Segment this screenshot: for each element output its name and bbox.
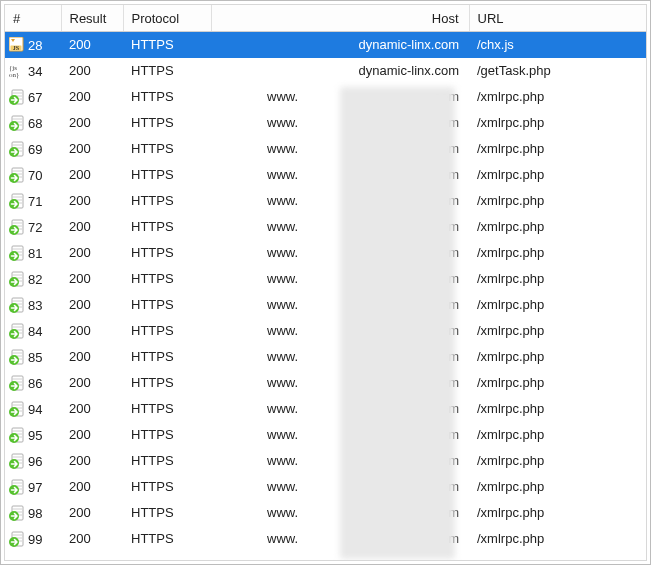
cell-result: 200 bbox=[61, 136, 123, 162]
cell-protocol: HTTPS bbox=[123, 370, 211, 396]
session-number: 68 bbox=[28, 116, 42, 131]
header-row: # Result Protocol Host URL bbox=[5, 5, 646, 32]
cell-result: 200 bbox=[61, 58, 123, 84]
go-doc-icon bbox=[9, 141, 25, 157]
host-prefix: www. bbox=[267, 167, 298, 182]
session-row[interactable]: 81200HTTPSwww.com/xmlrpc.php bbox=[5, 240, 646, 266]
json-cn-icon bbox=[9, 63, 25, 79]
cell-result: 200 bbox=[61, 84, 123, 110]
cell-url: /xmlrpc.php bbox=[469, 370, 646, 396]
session-row[interactable]: 67200HTTPSwww.com/xmlrpc.php bbox=[5, 84, 646, 110]
host-prefix: www. bbox=[267, 479, 298, 494]
column-header-protocol[interactable]: Protocol bbox=[123, 5, 211, 32]
session-row[interactable]: 94200HTTPSwww.com/xmlrpc.php bbox=[5, 396, 646, 422]
cell-url: /xmlrpc.php bbox=[469, 266, 646, 292]
cell-result: 200 bbox=[61, 422, 123, 448]
cell-result: 200 bbox=[61, 370, 123, 396]
cell-protocol: HTTPS bbox=[123, 448, 211, 474]
cell-url: /getTask.php bbox=[469, 58, 646, 84]
cell-url: /xmlrpc.php bbox=[469, 214, 646, 240]
session-row[interactable]: 83200HTTPSwww.com/xmlrpc.php bbox=[5, 292, 646, 318]
cell-number: 96 bbox=[5, 448, 61, 474]
column-header-result[interactable]: Result bbox=[61, 5, 123, 32]
cell-protocol: HTTPS bbox=[123, 344, 211, 370]
redaction-blur bbox=[340, 87, 455, 559]
session-table: # Result Protocol Host URL 28200HTTPSdyn… bbox=[5, 5, 646, 552]
session-number: 67 bbox=[28, 90, 42, 105]
cell-protocol: HTTPS bbox=[123, 526, 211, 552]
cell-result: 200 bbox=[61, 396, 123, 422]
cell-number: 34 bbox=[5, 58, 61, 84]
session-row[interactable]: 68200HTTPSwww.com/xmlrpc.php bbox=[5, 110, 646, 136]
cell-protocol: HTTPS bbox=[123, 240, 211, 266]
session-row[interactable]: 97200HTTPSwww.com/xmlrpc.php bbox=[5, 474, 646, 500]
host-prefix: www. bbox=[267, 505, 298, 520]
session-row[interactable]: 86200HTTPSwww.com/xmlrpc.php bbox=[5, 370, 646, 396]
session-row[interactable]: 34200HTTPSdynamic-linx.com/getTask.php bbox=[5, 58, 646, 84]
cell-url: /xmlrpc.php bbox=[469, 292, 646, 318]
host-prefix: www. bbox=[267, 115, 298, 130]
cell-protocol: HTTPS bbox=[123, 162, 211, 188]
session-row[interactable]: 84200HTTPSwww.com/xmlrpc.php bbox=[5, 318, 646, 344]
column-header-number[interactable]: # bbox=[5, 5, 61, 32]
session-row[interactable]: 70200HTTPSwww.com/xmlrpc.php bbox=[5, 162, 646, 188]
host-prefix: www. bbox=[267, 297, 298, 312]
go-doc-icon bbox=[9, 479, 25, 495]
cell-number: 72 bbox=[5, 214, 61, 240]
session-row[interactable]: 82200HTTPSwww.com/xmlrpc.php bbox=[5, 266, 646, 292]
session-number: 95 bbox=[28, 428, 42, 443]
cell-number: 86 bbox=[5, 370, 61, 396]
column-header-url[interactable]: URL bbox=[469, 5, 646, 32]
session-number: 85 bbox=[28, 350, 42, 365]
cell-url: /xmlrpc.php bbox=[469, 396, 646, 422]
host-prefix: www. bbox=[267, 349, 298, 364]
cell-number: 94 bbox=[5, 396, 61, 422]
cell-protocol: HTTPS bbox=[123, 318, 211, 344]
cell-url: /xmlrpc.php bbox=[469, 318, 646, 344]
session-number: 28 bbox=[28, 38, 42, 53]
cell-protocol: HTTPS bbox=[123, 396, 211, 422]
cell-url: /xmlrpc.php bbox=[469, 526, 646, 552]
go-doc-icon bbox=[9, 167, 25, 183]
cell-result: 200 bbox=[61, 188, 123, 214]
go-doc-icon bbox=[9, 115, 25, 131]
go-doc-icon bbox=[9, 401, 25, 417]
cell-number: 99 bbox=[5, 526, 61, 552]
cell-protocol: HTTPS bbox=[123, 188, 211, 214]
session-row[interactable]: 99200HTTPSwww.com/xmlrpc.php bbox=[5, 526, 646, 552]
session-number: 83 bbox=[28, 298, 42, 313]
session-row[interactable]: 95200HTTPSwww.com/xmlrpc.php bbox=[5, 422, 646, 448]
session-number: 94 bbox=[28, 402, 42, 417]
cell-number: 95 bbox=[5, 422, 61, 448]
session-row[interactable]: 96200HTTPSwww.com/xmlrpc.php bbox=[5, 448, 646, 474]
host-prefix: www. bbox=[267, 271, 298, 286]
cell-url: /xmlrpc.php bbox=[469, 500, 646, 526]
cell-number: 83 bbox=[5, 292, 61, 318]
cell-host: dynamic-linx.com bbox=[211, 32, 469, 58]
cell-result: 200 bbox=[61, 292, 123, 318]
cell-url: /xmlrpc.php bbox=[469, 344, 646, 370]
cell-url: /chx.js bbox=[469, 32, 646, 58]
session-row[interactable]: 69200HTTPSwww.com/xmlrpc.php bbox=[5, 136, 646, 162]
session-row[interactable]: 72200HTTPSwww.com/xmlrpc.php bbox=[5, 214, 646, 240]
column-header-host[interactable]: Host bbox=[211, 5, 469, 32]
cell-number: 67 bbox=[5, 84, 61, 110]
go-doc-icon bbox=[9, 89, 25, 105]
cell-number: 68 bbox=[5, 110, 61, 136]
session-row[interactable]: 71200HTTPSwww.com/xmlrpc.php bbox=[5, 188, 646, 214]
cell-url: /xmlrpc.php bbox=[469, 422, 646, 448]
js-box-icon bbox=[9, 37, 25, 53]
host-prefix: www. bbox=[267, 245, 298, 260]
session-number: 71 bbox=[28, 194, 42, 209]
session-row[interactable]: 85200HTTPSwww.com/xmlrpc.php bbox=[5, 344, 646, 370]
host-value: dynamic-linx.com bbox=[359, 63, 459, 78]
cell-result: 200 bbox=[61, 318, 123, 344]
cell-result: 200 bbox=[61, 448, 123, 474]
session-number: 97 bbox=[28, 480, 42, 495]
session-row[interactable]: 98200HTTPSwww.com/xmlrpc.php bbox=[5, 500, 646, 526]
cell-result: 200 bbox=[61, 500, 123, 526]
session-row[interactable]: 28200HTTPSdynamic-linx.com/chx.js bbox=[5, 32, 646, 58]
go-doc-icon bbox=[9, 453, 25, 469]
go-doc-icon bbox=[9, 219, 25, 235]
session-number: 98 bbox=[28, 506, 42, 521]
